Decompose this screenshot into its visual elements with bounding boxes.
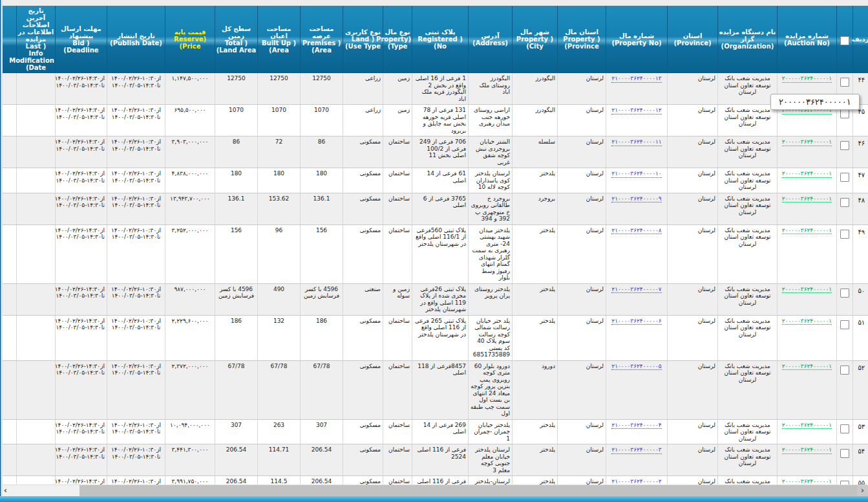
cell-registered-no: فرعی از 116 اصلی 2524 xyxy=(412,444,469,476)
cell-land-use: مسکونی xyxy=(343,224,383,283)
cell-row-no: ۴۹ xyxy=(853,224,868,283)
cell-checkbox xyxy=(837,136,853,168)
cell-property-city: سلسله xyxy=(513,136,558,168)
auction-no-link[interactable]: ۲۰۰۰۰۰۳۶۲۴۰۰۰۰۰۱ xyxy=(782,138,832,146)
cell-province: لرستان xyxy=(668,136,718,168)
cell-land-use: مسکونی xyxy=(343,168,383,193)
property-no-link[interactable]: ۲۱۰۰۰۰۳۶۲۴۰۰۰۰۰۳ xyxy=(611,446,661,454)
row-checkbox[interactable] xyxy=(840,109,849,118)
property-no-link[interactable]: ۲۱۰۰۰۰۳۶۲۴۰۰۰۰۰۶ xyxy=(611,318,661,325)
property-no-link[interactable]: ۲۱۰۰۰۰۳۶۲۴۰۰۰۰۰۵ xyxy=(611,363,661,371)
row-checkbox[interactable] xyxy=(840,320,849,329)
cell-address: پلدختر خیابان چمران -چمران 1 xyxy=(469,419,513,444)
cell-property-type: ساختمان xyxy=(383,136,412,168)
cell-registered-no: 269 فرعی از 14 اصلی xyxy=(412,419,469,444)
cell-organization: مدیریت شعب بانک توسعه تعاون استان لرستان xyxy=(718,193,778,224)
col-header-property-province: استان مال( Property Province) xyxy=(558,6,606,73)
cell-organization: مدیریت شعب بانک توسعه تعاون استان لرستان xyxy=(718,419,778,444)
cell-publish-date: از۱۴۰۰/۰۲/۲۶-۱۰:۳۰ تا۱۴۰۰/۰۳/۰۵-۱۴:۳۰ xyxy=(107,168,165,193)
auction-no-link[interactable]: ۲۰۰۰۰۰۳۶۲۴۰۰۰۰۰۱ xyxy=(782,170,832,178)
cell-total-land-area: 4596 با کسر فرسایش زمین xyxy=(215,283,258,315)
table-row: ۴۹ ۲۰۰۰۰۰۳۶۲۴۰۰۰۰۰۱ مدیریت شعب بانک توسع… xyxy=(1,224,868,283)
scroll-right-arrow-icon[interactable]: › xyxy=(857,485,868,496)
property-no-link[interactable]: ۲۱۰۰۰۰۳۶۲۴۰۰۰۰۱۱ xyxy=(611,138,661,146)
cell-province: لرستان xyxy=(668,444,718,476)
row-checkbox[interactable] xyxy=(840,173,849,182)
property-no-link[interactable]: ۲۱۰۰۰۰۳۶۲۴۰۰۰۰۰۸ xyxy=(611,227,661,235)
cell-checkbox xyxy=(837,193,853,224)
row-checkbox[interactable] xyxy=(840,366,849,375)
row-checkbox[interactable] xyxy=(840,449,849,458)
property-no-link[interactable]: ۲۱۰۰۰۰۳۶۲۴۰۰۰۰۱۰ xyxy=(611,170,661,178)
cell-total-land-area: 307 xyxy=(215,419,258,444)
cell-last-modification xyxy=(17,360,56,419)
organization-text: مدیریت شعب بانک توسعه تعاون استان لرستان xyxy=(724,107,770,127)
cell-bid-deadline: از۱۴۰۰/۰۲/۲۶-۱۴:۳۰ تا۱۴۰۰/۰۳/۰۵-۱۴:۳۰ xyxy=(56,444,107,476)
cell-publish-date: از۱۴۰۰/۰۲/۲۶-۱۰:۳۰ تا۱۴۰۰/۰۳/۰۵-۱۴:۳۰ xyxy=(107,105,165,136)
cell-registered-no: پلاک ثبتی 26فرعی مجزی شده از پلاک 119 اص… xyxy=(412,283,469,315)
property-no-link[interactable]: ۲۱۰۰۰۰۳۶۲۴۰۰۰۰۰۷ xyxy=(611,286,661,294)
auction-no-link[interactable]: ۲۰۰۰۰۰۳۶۲۴۰۰۰۰۰۱ xyxy=(782,286,832,294)
col-header-property-type: نوع مال(Property Type) xyxy=(383,6,412,73)
auction-no-link[interactable]: ۲۰۰۰۰۰۳۶۲۴۰۰۰۰۰۱ xyxy=(782,227,832,235)
cell-organization: مدیریت شعب بانک توسعه تعاون استان لرستان xyxy=(718,224,778,283)
table-row: ۵۳ ۲۰۰۰۰۰۳۶۲۴۰۰۰۰۰۱ مدیریت شعب بانک توسع… xyxy=(1,419,868,444)
cell-property-province: لرستان xyxy=(558,224,606,283)
cell-organization: مدیریت شعب بانک توسعه تعاون استان لرستان xyxy=(718,315,778,360)
col-header-property-city: شهر مال( Property City) xyxy=(513,6,558,73)
property-no-link[interactable]: ۲۱۰۰۰۰۳۶۲۴۰۰۰۰۰۹ xyxy=(611,195,661,203)
horizontal-scrollbar[interactable]: ‹ › xyxy=(0,485,868,496)
cell-property-no: ۲۱۰۰۰۰۳۶۲۴۰۰۰۰۰۷ xyxy=(606,283,668,315)
organization-text: مدیریت شعب بانک توسعه تعاون استان لرستان xyxy=(724,195,770,215)
cell-total-land-area: 86 xyxy=(215,136,258,168)
select-all-checkbox[interactable] xyxy=(840,36,849,45)
table-row: ۵۲ ۲۰۰۰۰۰۳۶۲۴۰۰۰۰۰۱ مدیریت شعب بانک توسع… xyxy=(1,360,868,419)
cell-premises-area: 156 xyxy=(301,224,343,283)
property-no-link[interactable]: ۲۱۰۰۰۰۳۶۲۴۰۰۰۰۱۲ xyxy=(611,107,661,115)
cell-reserve-price: ۱,۱۴۷,۵۰۰,۰۰۰ xyxy=(165,73,215,105)
cell-property-city: دورود xyxy=(513,360,558,419)
row-checkbox[interactable] xyxy=(840,198,849,207)
cell-reserve-price: ۴,۸۳۸,۰۰۰,۰۰۰ xyxy=(165,168,215,193)
cell-row-no: ۵۰ xyxy=(853,283,868,315)
cell-registered-no: 3765 فرعی از 6 اصلی xyxy=(412,193,469,224)
cell-land-use: مسکونی xyxy=(343,315,383,360)
property-no-link[interactable]: ۲۱۰۰۰۰۳۶۲۴۰۰۰۰۰۴ xyxy=(611,422,661,430)
row-checkbox[interactable] xyxy=(840,230,849,239)
auction-no-link[interactable]: ۲۰۰۰۰۰۳۶۲۴۰۰۰۰۰۱ xyxy=(782,318,832,325)
cell-row-no: ۴۸ xyxy=(853,193,868,224)
bottom-strip xyxy=(0,496,868,502)
cell-total-land-area: 206.54 xyxy=(215,444,258,476)
cell-address: پلدختر روستای پران پرویز xyxy=(469,283,513,315)
property-no-link[interactable]: ۲۱۰۰۰۰۳۶۲۴۰۰۰۰۱۳ xyxy=(611,75,661,83)
cell-property-no: ۲۱۰۰۰۰۳۶۲۴۰۰۰۰۱۳ xyxy=(606,73,668,105)
cell-last-modification xyxy=(17,224,56,283)
auction-no-link[interactable]: ۲۰۰۰۰۰۳۶۲۴۰۰۰۰۰۱ xyxy=(782,363,832,371)
cell-total-land-area: 136.1 xyxy=(215,193,258,224)
row-checkbox[interactable] xyxy=(840,289,849,298)
auction-no-link[interactable]: ۲۰۰۰۰۰۳۶۲۴۰۰۰۰۰۱ xyxy=(782,422,832,430)
cell-property-type: ساختمان xyxy=(383,193,412,224)
auction-no-link[interactable]: ۲۰۰۰۰۰۳۶۲۴۰۰۰۰۰۱ xyxy=(782,195,832,203)
row-checkbox[interactable] xyxy=(840,141,849,150)
cell-property-province: لرستان xyxy=(558,193,606,224)
row-checkbox[interactable] xyxy=(840,424,849,433)
cell-property-province: لرستان xyxy=(558,105,606,136)
col-header-total-land-area: سطح کل زمین( Total Land Area) xyxy=(215,6,258,73)
cell-premises-area: 4596 با کسر فرسایش زمین xyxy=(301,283,343,315)
auction-no-link[interactable]: ۲۰۰۰۰۰۳۶۲۴۰۰۰۰۰۱ xyxy=(782,446,832,454)
cell-organization: مدیریت شعب بانک توسعه تعاون استان لرستان xyxy=(718,168,778,193)
cell-premises-area: 67/78 xyxy=(301,360,343,419)
row-checkbox[interactable] xyxy=(840,78,849,87)
scrollbar-thumb[interactable] xyxy=(79,485,857,496)
cell-address: الشتر خیابان بروجردی نبش کوچه شفق غربی xyxy=(469,136,513,168)
cell-reserve-price: ۳,۲۵۲,۰۰۰,۰۰۰ xyxy=(165,224,215,283)
cell-built-up-area: 72 xyxy=(258,136,301,168)
cell-auction-no: ۲۰۰۰۰۰۳۶۲۴۰۰۰۰۰۱ xyxy=(778,136,837,168)
cell-bid-deadline: از۱۴۰۰/۰۲/۲۶-۱۴:۳۰ تا۱۴۰۰/۰۳/۰۵-۱۴:۳۰ xyxy=(56,73,107,105)
cell-bid-deadline: از۱۴۰۰/۰۲/۲۶-۱۴:۳۰ تا۱۴۰۰/۰۳/۰۵-۱۴:۳۰ xyxy=(56,193,107,224)
cell-last-modification xyxy=(17,73,56,105)
auction-no-link[interactable]: ۲۰۰۰۰۰۳۶۲۴۰۰۰۰۰۱ xyxy=(782,75,832,83)
cell-property-city: بروجرد xyxy=(513,193,558,224)
cell-property-no: ۲۱۰۰۰۰۳۶۲۴۰۰۰۰۰۸ xyxy=(606,224,668,283)
